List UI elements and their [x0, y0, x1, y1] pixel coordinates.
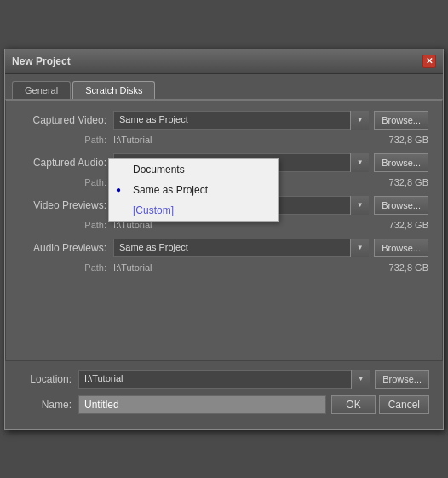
audio-previews-row: Audio Previews: Same as Project Browse..…	[20, 239, 428, 257]
audio-previews-select[interactable]: Same as Project	[113, 239, 369, 257]
captured-video-row: Captured Video: Same as Project Browse..…	[20, 111, 428, 130]
captured-audio-label: Captured Audio:	[20, 157, 113, 169]
name-input[interactable]	[78, 395, 326, 414]
dropdown-item-same-as-project[interactable]: Same as Project	[109, 180, 278, 200]
video-previews-path-label: Path:	[20, 220, 113, 230]
tab-general[interactable]: General	[12, 81, 71, 99]
location-select[interactable]: I:\Tutorial	[78, 370, 370, 389]
location-select-wrapper: I:\Tutorial	[78, 370, 370, 389]
name-label: Name:	[19, 399, 78, 411]
captured-audio-browse-btn[interactable]: Browse...	[374, 153, 428, 172]
location-label: Location:	[19, 373, 78, 385]
location-browse-btn[interactable]: Browse...	[375, 370, 429, 389]
tab-scratch-disks[interactable]: Scratch Disks	[72, 81, 155, 99]
close-button[interactable]: ✕	[422, 55, 436, 68]
audio-previews-select-wrapper: Same as Project	[113, 239, 369, 257]
spacer	[20, 281, 428, 349]
captured-video-size: 732,8 GB	[389, 135, 428, 145]
audio-previews-browse-btn[interactable]: Browse...	[374, 239, 428, 257]
audio-previews-size: 732,8 GB	[389, 262, 428, 273]
captured-video-path-value: I:\Tutorial	[113, 135, 389, 145]
captured-video-select-wrapper: Same as Project	[113, 111, 369, 130]
dropdown-popup: Documents Same as Project [Custom]	[108, 158, 279, 222]
video-previews-label: Video Previews:	[20, 199, 113, 211]
dropdown-item-documents[interactable]: Documents	[109, 159, 278, 180]
captured-video-path-label: Path:	[20, 135, 113, 145]
name-row: Name: OK Cancel	[19, 395, 429, 414]
bottom-section: Location: I:\Tutorial Browse... Name: OK…	[5, 360, 443, 429]
video-previews-browse-btn[interactable]: Browse...	[374, 196, 428, 215]
audio-previews-path-value: I:\Tutorial	[113, 262, 389, 273]
captured-video-label: Captured Video:	[20, 114, 113, 126]
audio-previews-label: Audio Previews:	[20, 242, 113, 254]
dropdown-item-custom[interactable]: [Custom]	[109, 200, 278, 221]
location-row: Location: I:\Tutorial Browse...	[19, 370, 429, 389]
cancel-button[interactable]: Cancel	[379, 395, 429, 414]
tabs: General Scratch Disks	[5, 74, 443, 99]
captured-audio-size: 732,8 GB	[389, 177, 428, 187]
dialog: New Project ✕ General Scratch Disks Capt…	[4, 49, 444, 430]
title-bar: New Project ✕	[5, 49, 443, 74]
dialog-title: New Project	[12, 55, 71, 67]
audio-previews-path-label: Path:	[20, 262, 113, 273]
ok-button[interactable]: OK	[331, 395, 375, 414]
captured-audio-path-label: Path:	[20, 177, 113, 187]
captured-video-browse-btn[interactable]: Browse...	[374, 111, 428, 130]
captured-video-path-row: Path: I:\Tutorial 732,8 GB	[20, 135, 428, 145]
content-area: Captured Video: Same as Project Browse..…	[5, 99, 443, 360]
audio-previews-path-row: Path: I:\Tutorial 732,8 GB	[20, 262, 428, 273]
captured-video-select[interactable]: Same as Project	[113, 111, 369, 130]
video-previews-size: 732,8 GB	[389, 220, 428, 230]
